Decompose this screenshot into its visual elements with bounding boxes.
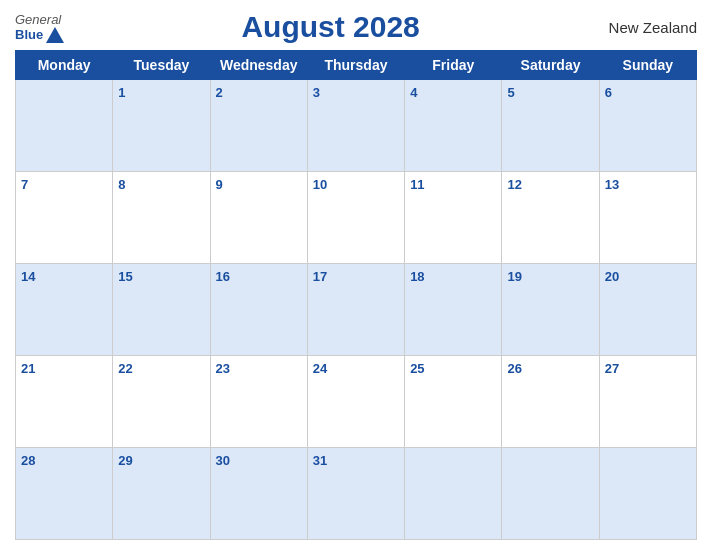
date-number: 29	[118, 453, 132, 468]
calendar-cell: 25	[405, 356, 502, 448]
calendar-cell: 4	[405, 80, 502, 172]
date-number: 31	[313, 453, 327, 468]
date-number: 18	[410, 269, 424, 284]
date-number: 12	[507, 177, 521, 192]
date-number: 11	[410, 177, 424, 192]
date-number: 3	[313, 85, 320, 100]
date-number: 15	[118, 269, 132, 284]
date-number: 23	[216, 361, 230, 376]
calendar-cell: 2	[210, 80, 307, 172]
date-number: 5	[507, 85, 514, 100]
calendar-cell: 15	[113, 264, 210, 356]
calendar-cell: 3	[307, 80, 404, 172]
calendar-cell: 11	[405, 172, 502, 264]
calendar-cell	[599, 448, 696, 540]
calendar-cell: 6	[599, 80, 696, 172]
calendar-week-4: 21222324252627	[16, 356, 697, 448]
calendar-cell: 19	[502, 264, 599, 356]
weekday-header-sunday: Sunday	[599, 51, 696, 80]
calendar-cell: 29	[113, 448, 210, 540]
logo-triangle-icon	[46, 27, 64, 43]
calendar-cell: 28	[16, 448, 113, 540]
date-number: 26	[507, 361, 521, 376]
calendar-cell: 21	[16, 356, 113, 448]
calendar-cell: 16	[210, 264, 307, 356]
logo-blue-text: Blue	[15, 27, 64, 43]
date-number: 6	[605, 85, 612, 100]
date-number: 27	[605, 361, 619, 376]
calendar-cell: 24	[307, 356, 404, 448]
calendar-week-1: 123456	[16, 80, 697, 172]
calendar-cell: 17	[307, 264, 404, 356]
calendar-cell: 22	[113, 356, 210, 448]
calendar-cell: 9	[210, 172, 307, 264]
calendar-cell: 18	[405, 264, 502, 356]
weekday-header-tuesday: Tuesday	[113, 51, 210, 80]
date-number: 16	[216, 269, 230, 284]
date-number: 2	[216, 85, 223, 100]
country-label: New Zealand	[597, 19, 697, 36]
calendar-cell: 7	[16, 172, 113, 264]
date-number: 8	[118, 177, 125, 192]
page-header: General Blue August 2028 New Zealand	[15, 10, 697, 44]
calendar-cell: 31	[307, 448, 404, 540]
date-number: 20	[605, 269, 619, 284]
date-number: 28	[21, 453, 35, 468]
calendar-cell: 30	[210, 448, 307, 540]
calendar-cell: 13	[599, 172, 696, 264]
date-number: 13	[605, 177, 619, 192]
date-number: 25	[410, 361, 424, 376]
date-number: 1	[118, 85, 125, 100]
date-number: 24	[313, 361, 327, 376]
calendar-cell: 12	[502, 172, 599, 264]
date-number: 10	[313, 177, 327, 192]
date-number: 4	[410, 85, 417, 100]
calendar-cell: 23	[210, 356, 307, 448]
calendar-cell: 20	[599, 264, 696, 356]
calendar-cell: 27	[599, 356, 696, 448]
calendar-cell: 8	[113, 172, 210, 264]
date-number: 9	[216, 177, 223, 192]
calendar-cell	[502, 448, 599, 540]
weekday-header-row: MondayTuesdayWednesdayThursdayFridaySatu…	[16, 51, 697, 80]
calendar-cell: 1	[113, 80, 210, 172]
month-title: August 2028	[64, 10, 597, 44]
calendar-cell: 26	[502, 356, 599, 448]
weekday-header-wednesday: Wednesday	[210, 51, 307, 80]
date-number: 22	[118, 361, 132, 376]
calendar-week-3: 14151617181920	[16, 264, 697, 356]
weekday-header-monday: Monday	[16, 51, 113, 80]
date-number: 19	[507, 269, 521, 284]
calendar-week-2: 78910111213	[16, 172, 697, 264]
date-number: 21	[21, 361, 35, 376]
weekday-header-saturday: Saturday	[502, 51, 599, 80]
calendar-week-5: 28293031	[16, 448, 697, 540]
calendar-cell: 5	[502, 80, 599, 172]
calendar-cell: 14	[16, 264, 113, 356]
logo-general-text: General	[15, 12, 61, 27]
weekday-header-friday: Friday	[405, 51, 502, 80]
logo: General Blue	[15, 12, 64, 43]
date-number: 17	[313, 269, 327, 284]
date-number: 30	[216, 453, 230, 468]
weekday-header-thursday: Thursday	[307, 51, 404, 80]
calendar-cell: 10	[307, 172, 404, 264]
calendar-table: MondayTuesdayWednesdayThursdayFridaySatu…	[15, 50, 697, 540]
date-number: 14	[21, 269, 35, 284]
calendar-cell	[405, 448, 502, 540]
calendar-cell	[16, 80, 113, 172]
date-number: 7	[21, 177, 28, 192]
